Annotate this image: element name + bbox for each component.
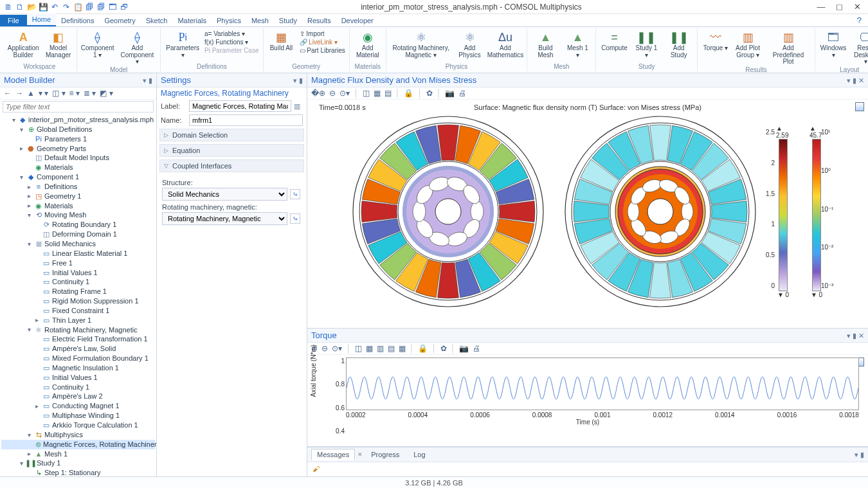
qat-btn[interactable]: 🗎: [4, 3, 13, 12]
parameter-case-button[interactable]: Pi Parameter Case: [204, 46, 258, 55]
close-button[interactable]: ✕: [849, 2, 865, 12]
add-physics-button[interactable]: ⚛Add Physics: [456, 30, 484, 59]
plot-tool-button[interactable]: ▤: [384, 89, 392, 98]
close-icon[interactable]: ▮: [149, 77, 152, 84]
goto-icon[interactable]: ⤷: [290, 213, 300, 224]
tree-node[interactable]: ▾❚❚Study 1: [1, 458, 155, 468]
plot-tool-button[interactable]: ▤: [388, 344, 395, 353]
close-icon[interactable]: ▮: [299, 77, 303, 84]
qat-btn[interactable]: 🗐: [96, 3, 105, 12]
plot-tool-button[interactable]: �⊕: [311, 89, 325, 98]
torque-plot-button[interactable]: 〰Torque ▾: [701, 30, 730, 66]
add-study-button[interactable]: ❚❚Add Study: [664, 30, 693, 59]
livelink-button[interactable]: 🔗 LiveLink ▾: [300, 38, 345, 46]
tree-node[interactable]: ▭Fixed Constraint 1: [1, 306, 155, 316]
structure-select[interactable]: Solid Mechanics: [162, 188, 287, 201]
plot-tool-button[interactable]: 🖨: [458, 89, 466, 98]
close-icon[interactable]: ✕: [858, 77, 864, 84]
tree-node[interactable]: ▭Free 1: [1, 258, 155, 268]
rmm-select[interactable]: Rotating Machinery, Magnetic: [162, 212, 287, 225]
section-domain[interactable]: ▷Domain Selection: [159, 129, 304, 141]
fullscreen-icon[interactable]: [855, 102, 864, 111]
tree-node[interactable]: ▭Arkkio Torque Calculation 1: [1, 420, 155, 430]
brush-icon[interactable]: 🖌: [312, 465, 320, 473]
component-button[interactable]: ⟠Component 1 ▾: [81, 30, 114, 66]
dropdown-icon[interactable]: ▾: [847, 332, 851, 339]
tree-node[interactable]: ▾⟲Moving Mesh: [1, 210, 155, 220]
tab-log[interactable]: Log: [408, 449, 431, 460]
add-plot-group-button[interactable]: ▥Add Plot Group ▾: [734, 30, 762, 66]
tree-node[interactable]: ▾⊕Global Definitions: [1, 125, 155, 134]
dropdown-icon[interactable]: ▾ ▮: [854, 451, 864, 459]
application-builder-button[interactable]: AApplication Builder: [6, 30, 40, 59]
tree-node[interactable]: ▭Linear Elastic Material 1: [1, 249, 155, 258]
build-mesh-button[interactable]: ▲Build Mesh: [531, 30, 559, 59]
dropdown-icon[interactable]: ▾: [847, 77, 851, 84]
tree-node[interactable]: ▭Mixed Formulation Boundary 1: [1, 354, 155, 363]
edit-icon[interactable]: ▥: [294, 102, 303, 111]
section-coupled[interactable]: ▽Coupled Interfaces: [159, 159, 304, 172]
tree-node[interactable]: ⊚Magnetic Forces, Rotating Machinery 1: [1, 440, 155, 449]
plot-tool-button[interactable]: 📷: [445, 89, 455, 98]
mesh-button[interactable]: ▲Mesh 1 ▾: [563, 30, 592, 59]
study-button[interactable]: ❚❚Study 1 ▾: [632, 30, 660, 59]
dropdown-icon[interactable]: ▾: [143, 77, 147, 84]
tree-node[interactable]: ▸⬣Geometry Parts: [1, 144, 155, 154]
tab-definitions[interactable]: Definitions: [56, 15, 99, 26]
tab-sketch[interactable]: Sketch: [141, 15, 173, 26]
compute-button[interactable]: =Compute: [600, 30, 628, 59]
qat-btn[interactable]: 📋: [73, 3, 82, 12]
build-all-button[interactable]: ▦Build All: [267, 30, 296, 55]
tab-progress[interactable]: Progress: [365, 449, 405, 460]
tree-node[interactable]: ↳Step 1: Stationary: [1, 468, 155, 476]
plot-tool-button[interactable]: ◫: [363, 89, 370, 98]
tree-node[interactable]: ▾◆Component 1: [1, 172, 155, 182]
up-button[interactable]: ▲: [27, 89, 35, 98]
tree-node[interactable]: ▭Magnetic Insulation 1: [1, 363, 155, 373]
close-icon[interactable]: ✕: [858, 332, 864, 339]
qat-btn[interactable]: 🗐: [85, 3, 94, 12]
tree-node[interactable]: ▾⇆Multiphysics: [1, 430, 155, 440]
plot-tool-button[interactable]: ▦: [374, 89, 381, 98]
plot-tool-button[interactable]: ✿: [426, 89, 433, 98]
qat-btn[interactable]: 💾: [39, 3, 48, 12]
plot-tool-button[interactable]: ⊙▾: [332, 344, 342, 353]
tree-node[interactable]: ▭Initial Values 1: [1, 373, 155, 383]
flag-button[interactable]: ◩ ▾: [100, 89, 113, 98]
goto-icon[interactable]: ⤷: [290, 189, 300, 199]
minimize-button[interactable]: —: [813, 2, 829, 12]
qat-btn[interactable]: ↶: [50, 3, 59, 12]
section-equation[interactable]: ▷Equation: [159, 144, 304, 157]
view-button[interactable]: ≣ ▾: [84, 89, 96, 98]
tree-node[interactable]: ▾⚛Rotating Machinery, Magnetic: [1, 325, 155, 335]
plot-tool-button[interactable]: 🔒: [404, 89, 413, 98]
tree-node[interactable]: ▸▭Conducting Magnet 1: [1, 401, 155, 411]
plot-tool-button[interactable]: ▦: [399, 344, 406, 353]
maximize-button[interactable]: ◻: [831, 2, 847, 12]
filter-input[interactable]: [3, 101, 154, 113]
label-input[interactable]: [189, 100, 291, 112]
qat-btn[interactable]: 🗔: [108, 3, 117, 12]
plot-tool-button[interactable]: ◫: [355, 344, 362, 353]
tree-node[interactable]: ▭Rotating Frame 1: [1, 287, 155, 296]
qat-btn[interactable]: 🗋: [15, 3, 24, 12]
qat-btn[interactable]: ↷: [62, 3, 71, 12]
show-button[interactable]: ▾ ▾: [39, 89, 48, 98]
variables-button[interactable]: a= Variables ▾: [204, 30, 258, 38]
plot-tool-button[interactable]: ⊙▾: [339, 89, 350, 98]
add-component-button[interactable]: ⟠Add Component ▾: [118, 30, 156, 66]
qat-btn[interactable]: 🗗: [120, 3, 129, 12]
tree-node[interactable]: ▸▲Mesh 1: [1, 449, 155, 459]
model-tree[interactable]: ▾◆interior_pm_motor_stress_analysis.mph▾…: [0, 114, 156, 476]
plot-tool-button[interactable]: ▦: [366, 344, 373, 353]
forward-button[interactable]: →: [15, 89, 23, 98]
expand-button[interactable]: ≡ ▾: [69, 89, 80, 98]
dropdown-icon[interactable]: ▾: [293, 77, 297, 84]
tree-node[interactable]: ◫Default Model Inputs: [1, 153, 155, 163]
plot-tool-button[interactable]: ⊖: [321, 344, 328, 353]
windows-button[interactable]: 🗔Windows ▾: [819, 30, 847, 66]
part-libraries-button[interactable]: ▭ Part Libraries: [300, 46, 345, 55]
tab-developer[interactable]: Developer: [336, 15, 379, 26]
pin-icon[interactable]: ▮: [853, 332, 856, 339]
model-manager-button[interactable]: ◧Model Manager: [44, 30, 73, 59]
